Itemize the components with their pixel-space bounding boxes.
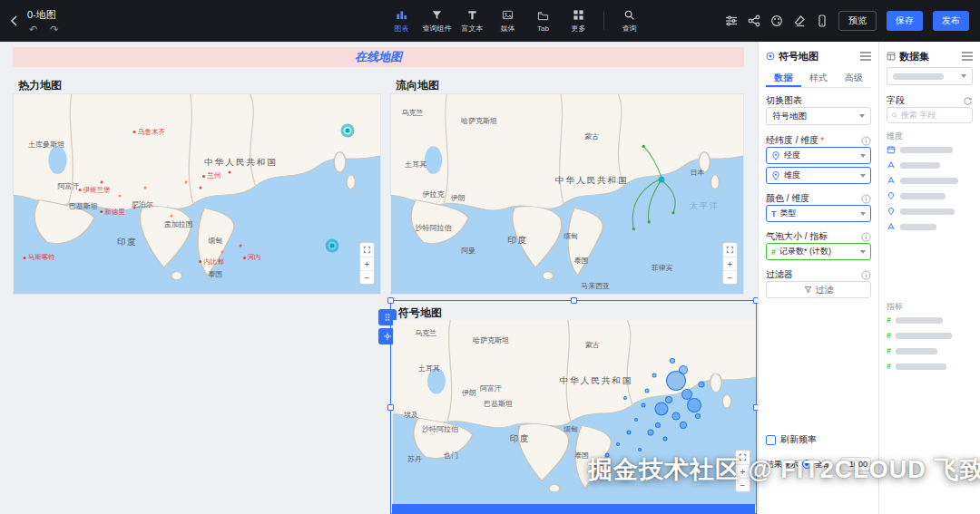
- map-label: 埃及: [404, 410, 418, 420]
- field-search-input[interactable]: [901, 111, 968, 120]
- symbol-map-title: 符号地图: [398, 305, 442, 321]
- chevron-down-icon: [860, 174, 866, 178]
- map-label: 缅甸: [564, 424, 578, 434]
- info-icon[interactable]: [861, 232, 871, 242]
- heat-map-title: 热力地图: [18, 78, 62, 93]
- map-city-label: 内比都: [199, 257, 224, 267]
- refresh-checkbox[interactable]: [766, 435, 776, 445]
- undo-icon[interactable]: ↶: [29, 24, 37, 35]
- symbol-bubble: [616, 442, 620, 446]
- dimension-field-item[interactable]: [887, 205, 973, 218]
- selection-bottom-bar[interactable]: [392, 504, 755, 513]
- resize-handle[interactable]: [571, 297, 577, 304]
- metric-field-item[interactable]: #: [887, 344, 973, 357]
- count-type-icon: #: [771, 247, 776, 257]
- save-button[interactable]: 保存: [887, 11, 923, 31]
- map-label: 阿富汗: [58, 181, 80, 191]
- tool-tab[interactable]: Tab: [526, 10, 560, 33]
- zoom-in-button[interactable]: +: [360, 257, 374, 270]
- menu-icon[interactable]: [962, 52, 973, 61]
- latitude-field-chip[interactable]: 维度: [766, 167, 871, 184]
- tool-search[interactable]: 查询: [612, 9, 646, 34]
- info-icon[interactable]: [861, 270, 871, 280]
- dimension-field-item[interactable]: [887, 220, 973, 233]
- refresh-icon[interactable]: [963, 96, 973, 106]
- dimension-field-item[interactable]: [887, 143, 973, 156]
- size-field-chip[interactable]: # 记录数* (计数): [766, 243, 871, 260]
- preview-button[interactable]: 预览: [838, 11, 877, 31]
- canvas-banner[interactable]: 在线地图: [13, 47, 744, 67]
- dataset-select[interactable]: [887, 67, 973, 85]
- symbol-bubble: [666, 371, 686, 391]
- color-field-chip[interactable]: T 类型: [766, 205, 871, 222]
- location-icon: [887, 207, 896, 216]
- topbar: 0-地图 ↶ ↷ 图表 查询组件 富文本 媒体: [0, 0, 980, 42]
- tool-chart[interactable]: 图表: [385, 9, 418, 34]
- publish-button[interactable]: 发布: [933, 11, 969, 31]
- map-label: 伊朗: [451, 193, 466, 203]
- chevron-down-icon: [860, 250, 866, 254]
- count-type-icon: #: [887, 346, 891, 355]
- map-label: 哈萨克斯坦: [461, 115, 497, 125]
- metric-field-item[interactable]: #: [887, 314, 973, 326]
- fullscreen-icon[interactable]: [360, 243, 374, 257]
- map-label: 伊拉克: [423, 189, 445, 199]
- heat-cluster-marker: [340, 123, 354, 137]
- text-field-icon: [887, 176, 896, 185]
- location-icon: [771, 171, 780, 180]
- map-label: 也门: [444, 450, 458, 460]
- chevron-down-icon: [860, 154, 866, 158]
- mobile-preview-icon[interactable]: [816, 15, 828, 27]
- tool-more[interactable]: 更多: [562, 9, 595, 34]
- map-label: 伊朗: [462, 387, 476, 397]
- symbol-bubble: [634, 418, 638, 422]
- heat-point: [240, 245, 242, 247]
- zoom-in-button[interactable]: +: [723, 257, 737, 270]
- sliders-icon[interactable]: [725, 15, 738, 27]
- dataset-panel-title: 数据集: [899, 50, 929, 63]
- count-type-icon: #: [887, 315, 891, 325]
- topbar-actions: 预览 保存 发布: [725, 0, 969, 42]
- resize-handle[interactable]: [387, 297, 394, 304]
- blurred-field-name: [896, 364, 946, 370]
- flow-map-chart[interactable]: 哈萨克斯坦 蒙古 中华人民共和国 乌克兰 土耳其 伊拉克 伊朗 沙特阿拉伯 阿曼…: [390, 93, 744, 295]
- tool-richtext[interactable]: 富文本: [456, 9, 489, 34]
- ocean-label: 太平洋: [690, 200, 720, 212]
- metric-field-item[interactable]: #: [887, 360, 973, 373]
- blurred-field-name: [900, 193, 946, 199]
- resize-handle[interactable]: [387, 404, 394, 411]
- symbol-bubble: [687, 398, 701, 412]
- info-icon[interactable]: [861, 136, 871, 146]
- back-icon[interactable]: [7, 14, 22, 28]
- blurred-field-name: [900, 224, 936, 230]
- tool-media[interactable]: 媒体: [491, 9, 524, 34]
- heat-map-chart[interactable]: 中华人民共和国 印度 阿富汗 巴基斯坦 土库曼斯坦 缅甸 泰国 孟加拉国 尼泊尔…: [13, 93, 381, 295]
- menu-icon[interactable]: [860, 52, 871, 61]
- zoom-out-button[interactable]: −: [360, 270, 374, 284]
- info-icon[interactable]: [861, 194, 871, 204]
- relation-icon[interactable]: [748, 15, 760, 27]
- heat-point: [119, 195, 122, 198]
- filter-button[interactable]: 过滤: [766, 281, 871, 298]
- metric-field-item[interactable]: #: [887, 329, 973, 342]
- switch-chart-select[interactable]: 符号地图: [766, 107, 871, 125]
- redo-icon[interactable]: ↷: [50, 24, 58, 35]
- tab-advanced[interactable]: 高级: [836, 69, 871, 87]
- eraser-icon[interactable]: [793, 15, 806, 27]
- theme-icon[interactable]: [770, 15, 783, 27]
- dimension-field-item[interactable]: [887, 174, 973, 187]
- tab-data[interactable]: 数据: [766, 69, 801, 87]
- dimension-field-item[interactable]: [887, 159, 973, 171]
- fullscreen-icon[interactable]: [723, 243, 737, 257]
- zoom-out-button[interactable]: −: [723, 270, 737, 284]
- count-type-icon: #: [887, 331, 891, 340]
- richtext-icon: [466, 9, 478, 21]
- tab-style[interactable]: 样式: [801, 69, 837, 87]
- heat-cluster-marker: [326, 239, 339, 253]
- dataset-panel: 数据集 字段 维度: [878, 42, 980, 514]
- longitude-field-chip[interactable]: 经度: [766, 147, 871, 164]
- properties-panel: 符号地图 数据 样式 高级 切换图表 符号地图 经纬度 / 维度 * 经度 维度: [758, 42, 878, 514]
- map-label: 土耳其: [418, 364, 440, 373]
- tool-query-component[interactable]: 查询组件: [420, 9, 454, 34]
- dimension-field-item[interactable]: [887, 189, 973, 202]
